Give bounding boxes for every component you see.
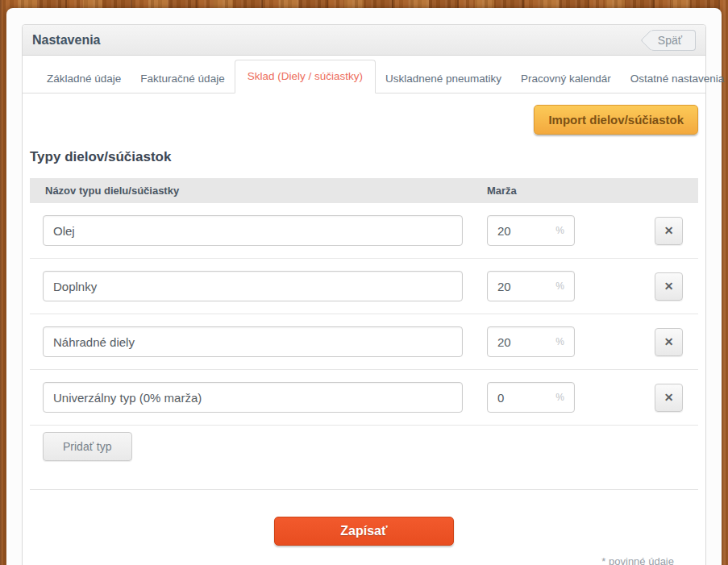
margin-field[interactable]: % [487,215,575,246]
delete-row-button[interactable]: ✕ [655,328,683,356]
tab-ostatne-nastavenia[interactable]: Ostatné nastavenia [621,65,728,93]
back-button-label: Späť [658,34,682,47]
delete-row-button[interactable]: ✕ [655,272,683,301]
save-button[interactable]: Zapísať [274,517,454,546]
outer-card: Nastavenia Späť Základné údaje Fakturačn… [6,8,722,565]
delete-row-button[interactable]: ✕ [655,384,683,412]
table-row: % ✕ [30,314,698,370]
tab-bar: Základné údaje Fakturačné údaje Sklad (D… [23,56,705,93]
type-name-input[interactable] [43,382,463,413]
column-header-name: Názov typu dielu/súčiastky [45,185,487,197]
table-row: % ✕ [30,259,698,314]
percent-unit: % [555,336,564,347]
back-button[interactable]: Späť [651,30,696,51]
type-name-input[interactable] [43,326,463,357]
percent-unit: % [555,280,564,292]
import-row: Import dielov/súčiastok [30,105,698,135]
section-title: Typy dielov/súčiastok [30,149,698,165]
margin-field[interactable]: % [487,382,575,413]
settings-panel: Nastavenia Späť Základné údaje Fakturačn… [22,24,706,565]
table-header: Názov typu dielu/súčiastky Marža [30,178,698,203]
column-header-margin: Marža [487,185,517,197]
tab-uskladnene-pneumatiky[interactable]: Uskladnené pneumatiky [376,65,511,93]
tab-zakladne-udaje[interactable]: Základné údaje [37,65,131,93]
required-fields-note: * povinné údaje [30,555,698,565]
tab-fakturacne-udaje[interactable]: Fakturačné údaje [131,65,234,93]
margin-field[interactable]: % [487,326,575,357]
panel-header: Nastavenia Späť [23,25,705,56]
type-name-input[interactable] [43,271,463,301]
delete-row-button[interactable]: ✕ [655,217,683,245]
footer: Zapísať * povinné údaje [30,490,698,565]
margin-input[interactable] [497,280,534,293]
percent-unit: % [555,392,564,403]
add-type-button[interactable]: Pridať typ [43,432,132,461]
type-name-input[interactable] [43,215,463,246]
margin-input[interactable] [497,335,534,349]
table-row: % ✕ [30,203,698,259]
percent-unit: % [555,225,564,236]
margin-input[interactable] [497,391,534,405]
tab-pracovny-kalendar[interactable]: Pracovný kalendár [511,65,621,93]
margin-input[interactable] [497,224,534,238]
import-parts-button[interactable]: Import dielov/súčiastok [534,105,698,135]
tab-content: Import dielov/súčiastok Typy dielov/súči… [23,93,705,565]
tab-sklad-diely-suciastky[interactable]: Sklad (Diely / súčiastky) [235,60,376,93]
margin-field[interactable]: % [487,271,575,301]
table-row: % ✕ [30,370,698,426]
page-title: Nastavenia [32,33,101,48]
